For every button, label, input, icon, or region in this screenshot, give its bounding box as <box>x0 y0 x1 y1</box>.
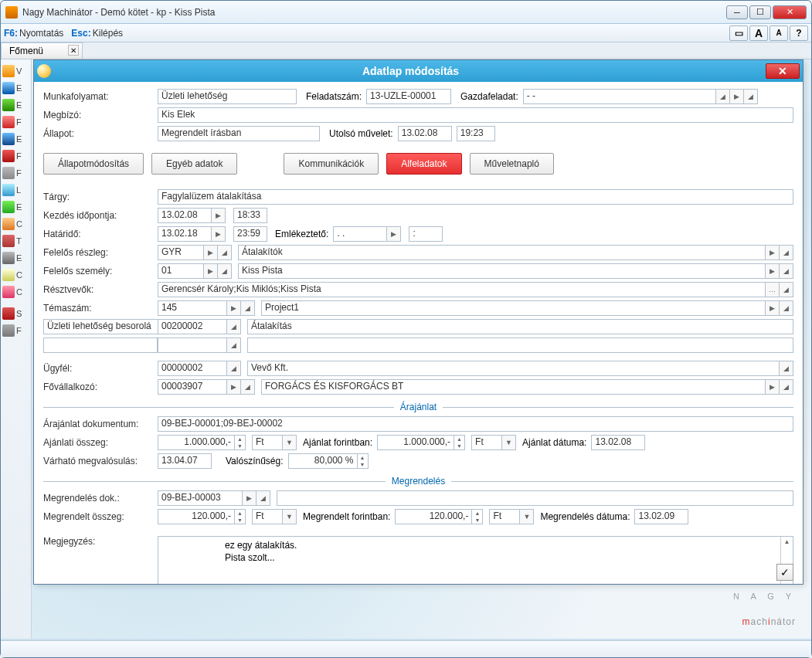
reminder-date-picker-icon[interactable]: ▶ <box>387 226 401 242</box>
font-small-button[interactable]: A <box>770 25 788 41</box>
dept-code-field[interactable]: GYR <box>158 245 204 260</box>
person-expand-icon[interactable]: ◢ <box>218 263 232 279</box>
sidebar-item[interactable]: C <box>1 215 31 232</box>
order-doc-desc-field[interactable] <box>277 490 793 506</box>
order-date-field[interactable]: 13.02.09 <box>634 509 688 524</box>
deadline-date-field[interactable]: 13.02.18 <box>158 226 212 242</box>
close-button[interactable]: ✕ <box>773 5 807 19</box>
sidebar-item[interactable]: S <box>1 305 31 322</box>
f6-label[interactable]: Nyomtatás <box>19 28 63 39</box>
participants-expand-icon[interactable]: ◢ <box>780 282 793 297</box>
customer-name-field[interactable]: Vevő Kft. <box>247 361 780 376</box>
sidebar-item[interactable]: F <box>1 164 31 181</box>
tab-close-icon[interactable]: ✕ <box>68 45 79 56</box>
font-large-button[interactable]: A <box>749 25 768 41</box>
extra-field-1[interactable] <box>43 337 158 353</box>
sidebar-item[interactable]: E <box>1 249 31 266</box>
sidebar-item[interactable]: F <box>1 114 31 131</box>
dept-name-expand-icon[interactable]: ◢ <box>780 245 793 260</box>
contractor-name-dropdown-icon[interactable]: ▶ <box>766 379 780 395</box>
order-doc-field[interactable]: 09-BEJ-00003 <box>158 490 243 506</box>
extra-field-2[interactable] <box>158 337 227 353</box>
prob-spinner[interactable]: ▲▼ <box>358 453 369 469</box>
client-field[interactable]: Kis Elek <box>158 107 793 123</box>
customer-name-expand-icon[interactable]: ◢ <box>780 361 793 376</box>
topic-expand-icon[interactable]: ◢ <box>241 300 255 316</box>
order-doc-expand-icon[interactable]: ◢ <box>257 490 270 506</box>
deadline-date-picker-icon[interactable]: ▶ <box>212 226 226 242</box>
extra-expand-icon[interactable]: ◢ <box>227 337 241 353</box>
quote-date-field[interactable]: 13.02.08 <box>591 435 645 450</box>
start-date-field[interactable]: 13.02.08 <box>158 208 212 223</box>
quote-huf-currency-field[interactable]: Ft <box>471 435 502 450</box>
contractor-dropdown-icon[interactable]: ▶ <box>227 379 241 395</box>
econ-field[interactable]: - - <box>523 89 716 104</box>
sidebar-item[interactable]: V <box>1 63 31 80</box>
prob-field[interactable]: 80,000 % <box>288 453 358 469</box>
comms-button[interactable]: Kommunikációk <box>284 153 379 175</box>
person-dropdown-icon[interactable]: ▶ <box>204 263 218 279</box>
class-code-field[interactable]: 00200002 <box>158 319 227 334</box>
order-huf-currency-field[interactable]: Ft <box>489 509 520 524</box>
order-amount-spinner[interactable]: ▲▼ <box>235 509 246 524</box>
reminder-date-field[interactable]: . . <box>333 226 387 242</box>
order-huf-field[interactable]: 120.000,- <box>395 509 472 524</box>
class-label-field[interactable]: Üzleti lehetőség besorolá <box>43 319 158 334</box>
participants-field[interactable]: Gerencsér Károly;Kis Miklós;Kiss Pista <box>158 282 766 297</box>
layout-button[interactable]: ▭ <box>729 25 748 41</box>
quote-huf-spinner[interactable]: ▲▼ <box>454 435 465 450</box>
oplog-button[interactable]: Műveletnapló <box>470 153 554 175</box>
order-huf-spinner[interactable]: ▲▼ <box>472 509 483 524</box>
person-name-dropdown-icon[interactable]: ▶ <box>766 263 780 279</box>
dept-name-dropdown-icon[interactable]: ▶ <box>766 245 780 260</box>
sidebar-item[interactable]: E <box>1 97 31 114</box>
expected-field[interactable]: 13.04.07 <box>158 453 212 469</box>
start-time-field[interactable]: 18:33 <box>233 208 267 223</box>
sidebar-item[interactable]: F <box>1 148 31 164</box>
sidebar-item[interactable]: E <box>1 131 31 148</box>
sidebar-item[interactable]: T <box>1 232 31 249</box>
maximize-button[interactable]: ☐ <box>749 5 771 19</box>
workflow-field[interactable]: Üzleti lehetőség <box>158 89 297 104</box>
person-code-field[interactable]: 01 <box>158 263 204 279</box>
dept-name-field[interactable]: Átalakítók <box>238 245 766 260</box>
order-currency-dropdown-icon[interactable]: ▼ <box>283 509 297 524</box>
other-data-button[interactable]: Egyéb adatok <box>151 153 237 175</box>
sidebar-item[interactable]: E <box>1 198 31 215</box>
tasknum-field[interactable]: 13-UZLE-00001 <box>366 89 451 104</box>
lastop-date-field[interactable]: 13.02.08 <box>398 126 452 141</box>
class-name-field[interactable]: Átalakítás <box>247 319 793 334</box>
quote-amount-spinner[interactable]: ▲▼ <box>235 435 246 450</box>
quote-huf-field[interactable]: 1.000.000,- <box>377 435 454 450</box>
sidebar-item[interactable]: L <box>1 181 31 198</box>
quote-huf-currency-dropdown-icon[interactable]: ▼ <box>502 435 516 450</box>
status-field[interactable]: Megrendelt írásban <box>158 126 320 141</box>
dept-dropdown-icon[interactable]: ▶ <box>204 245 218 260</box>
customer-expand-icon[interactable]: ◢ <box>227 361 241 376</box>
econ-prev-icon[interactable]: ◢ <box>716 89 730 104</box>
topic-dropdown-icon[interactable]: ▶ <box>227 300 241 316</box>
topic-name-dropdown-icon[interactable]: ▶ <box>766 300 780 316</box>
sidebar-item[interactable]: C <box>1 266 31 283</box>
tab-main-menu[interactable]: Főmenü ✕ <box>1 42 83 59</box>
contractor-expand-icon[interactable]: ◢ <box>241 379 255 395</box>
quote-currency-dropdown-icon[interactable]: ▼ <box>283 435 297 450</box>
subtasks-button[interactable]: Alfeladatok <box>386 153 461 175</box>
contractor-code-field[interactable]: 00003907 <box>158 379 227 395</box>
econ-dropdown-icon[interactable]: ▶ <box>730 89 744 104</box>
order-doc-dropdown-icon[interactable]: ▶ <box>243 490 257 506</box>
note-memo[interactable]: ez egy átalakítás. Pista szolt... ▲ ▼ <box>158 536 793 584</box>
order-currency-field[interactable]: Ft <box>252 509 283 524</box>
quote-currency-field[interactable]: Ft <box>252 435 283 450</box>
dialog-close-button[interactable]: ✕ <box>766 63 800 79</box>
help-button[interactable]: ? <box>790 25 808 41</box>
deadline-time-field[interactable]: 23:59 <box>233 226 267 242</box>
quote-amount-field[interactable]: 1.000.000,- <box>158 435 235 450</box>
sidebar-item[interactable]: F <box>1 322 31 339</box>
sidebar-item[interactable]: C <box>1 283 31 300</box>
sidebar-item[interactable]: E <box>1 80 31 97</box>
lastop-time-field[interactable]: 19:23 <box>457 126 495 141</box>
person-name-field[interactable]: Kiss Pista <box>238 263 766 279</box>
participants-more-icon[interactable]: … <box>766 282 780 297</box>
order-amount-field[interactable]: 120.000,- <box>158 509 235 524</box>
